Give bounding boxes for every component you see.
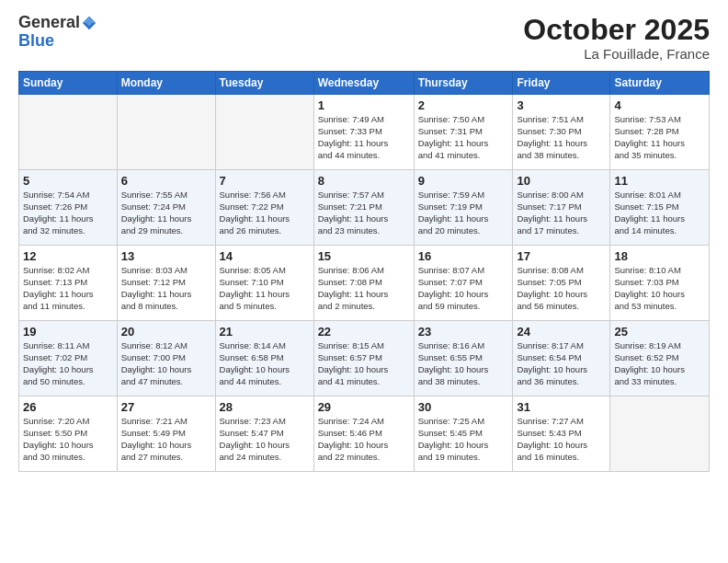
day-number: 29	[318, 400, 410, 414]
table-row: 11Sunrise: 8:01 AM Sunset: 7:15 PM Dayli…	[610, 170, 710, 246]
calendar-week-row: 12Sunrise: 8:02 AM Sunset: 7:13 PM Dayli…	[19, 246, 710, 321]
table-row: 17Sunrise: 8:08 AM Sunset: 7:05 PM Dayli…	[513, 246, 610, 321]
day-number: 1	[318, 98, 410, 112]
table-row: 25Sunrise: 8:19 AM Sunset: 6:52 PM Dayli…	[610, 321, 710, 396]
day-info: Sunrise: 8:16 AM Sunset: 6:55 PM Dayligh…	[418, 340, 509, 387]
table-row: 5Sunrise: 7:54 AM Sunset: 7:26 PM Daylig…	[19, 170, 118, 246]
table-row: 14Sunrise: 8:05 AM Sunset: 7:10 PM Dayli…	[215, 246, 313, 321]
day-info: Sunrise: 8:15 AM Sunset: 6:57 PM Dayligh…	[318, 340, 410, 387]
calendar-week-row: 1Sunrise: 7:49 AM Sunset: 7:33 PM Daylig…	[19, 95, 710, 170]
calendar-week-row: 19Sunrise: 8:11 AM Sunset: 7:02 PM Dayli…	[19, 321, 710, 396]
day-info: Sunrise: 7:23 AM Sunset: 5:47 PM Dayligh…	[220, 416, 310, 463]
day-number: 19	[23, 325, 113, 339]
table-row: 22Sunrise: 8:15 AM Sunset: 6:57 PM Dayli…	[313, 321, 414, 396]
day-number: 7	[220, 174, 310, 188]
day-number: 5	[23, 174, 113, 188]
table-row: 21Sunrise: 8:14 AM Sunset: 6:58 PM Dayli…	[215, 321, 313, 396]
calendar-week-row: 5Sunrise: 7:54 AM Sunset: 7:26 PM Daylig…	[19, 170, 710, 246]
table-row: 27Sunrise: 7:21 AM Sunset: 5:49 PM Dayli…	[117, 396, 215, 472]
logo-icon	[81, 15, 97, 31]
day-info: Sunrise: 8:10 AM Sunset: 7:03 PM Dayligh…	[614, 265, 705, 312]
table-row: 29Sunrise: 7:24 AM Sunset: 5:46 PM Dayli…	[313, 396, 414, 472]
day-info: Sunrise: 8:06 AM Sunset: 7:08 PM Dayligh…	[318, 265, 410, 312]
day-info: Sunrise: 7:50 AM Sunset: 7:31 PM Dayligh…	[418, 114, 509, 161]
table-row: 6Sunrise: 7:55 AM Sunset: 7:24 PM Daylig…	[117, 170, 215, 246]
table-row: 26Sunrise: 7:20 AM Sunset: 5:50 PM Dayli…	[19, 396, 118, 472]
location-title: La Fouillade, France	[523, 46, 710, 62]
day-info: Sunrise: 8:02 AM Sunset: 7:13 PM Dayligh…	[23, 265, 113, 312]
month-title: October 2025	[523, 14, 710, 46]
day-number: 11	[614, 174, 705, 188]
day-info: Sunrise: 8:07 AM Sunset: 7:07 PM Dayligh…	[418, 265, 509, 312]
day-number: 8	[318, 174, 410, 188]
day-info: Sunrise: 7:57 AM Sunset: 7:21 PM Dayligh…	[318, 190, 410, 236]
table-row: 4Sunrise: 7:53 AM Sunset: 7:28 PM Daylig…	[610, 95, 710, 170]
table-row: 23Sunrise: 8:16 AM Sunset: 6:55 PM Dayli…	[414, 321, 513, 396]
logo: General Blue	[18, 14, 97, 51]
table-row: 28Sunrise: 7:23 AM Sunset: 5:47 PM Dayli…	[215, 396, 313, 472]
calendar-week-row: 26Sunrise: 7:20 AM Sunset: 5:50 PM Dayli…	[19, 396, 710, 472]
day-info: Sunrise: 7:59 AM Sunset: 7:19 PM Dayligh…	[418, 190, 509, 236]
col-thursday: Thursday	[414, 72, 513, 95]
day-number: 21	[220, 325, 310, 339]
day-info: Sunrise: 7:25 AM Sunset: 5:45 PM Dayligh…	[418, 416, 509, 463]
day-number: 20	[121, 325, 211, 339]
day-number: 27	[121, 400, 211, 414]
day-number: 22	[318, 325, 410, 339]
day-number: 3	[517, 98, 606, 112]
day-number: 26	[23, 400, 113, 414]
day-info: Sunrise: 7:53 AM Sunset: 7:28 PM Dayligh…	[614, 114, 705, 161]
day-number: 14	[220, 249, 310, 263]
calendar: Sunday Monday Tuesday Wednesday Thursday…	[18, 71, 710, 472]
day-number: 28	[220, 400, 310, 414]
table-row: 12Sunrise: 8:02 AM Sunset: 7:13 PM Dayli…	[19, 246, 118, 321]
table-row: 1Sunrise: 7:49 AM Sunset: 7:33 PM Daylig…	[313, 95, 414, 170]
day-info: Sunrise: 8:08 AM Sunset: 7:05 PM Dayligh…	[517, 265, 606, 312]
day-info: Sunrise: 7:54 AM Sunset: 7:26 PM Dayligh…	[23, 190, 113, 236]
day-number: 10	[517, 174, 606, 188]
calendar-header-row: Sunday Monday Tuesday Wednesday Thursday…	[19, 72, 710, 95]
day-number: 6	[121, 174, 211, 188]
day-number: 13	[121, 249, 211, 263]
day-info: Sunrise: 7:51 AM Sunset: 7:30 PM Dayligh…	[517, 114, 606, 161]
day-info: Sunrise: 7:55 AM Sunset: 7:24 PM Dayligh…	[121, 190, 211, 236]
table-row: 8Sunrise: 7:57 AM Sunset: 7:21 PM Daylig…	[313, 170, 414, 246]
table-row	[19, 95, 118, 170]
day-info: Sunrise: 7:24 AM Sunset: 5:46 PM Dayligh…	[318, 416, 410, 463]
day-number: 9	[418, 174, 509, 188]
table-row: 13Sunrise: 8:03 AM Sunset: 7:12 PM Dayli…	[117, 246, 215, 321]
table-row: 31Sunrise: 7:27 AM Sunset: 5:43 PM Dayli…	[513, 396, 610, 472]
col-tuesday: Tuesday	[215, 72, 313, 95]
day-info: Sunrise: 8:01 AM Sunset: 7:15 PM Dayligh…	[614, 190, 705, 236]
col-monday: Monday	[117, 72, 215, 95]
table-row: 24Sunrise: 8:17 AM Sunset: 6:54 PM Dayli…	[513, 321, 610, 396]
day-number: 24	[517, 325, 606, 339]
table-row: 7Sunrise: 7:56 AM Sunset: 7:22 PM Daylig…	[215, 170, 313, 246]
table-row	[117, 95, 215, 170]
table-row: 10Sunrise: 8:00 AM Sunset: 7:17 PM Dayli…	[513, 170, 610, 246]
day-info: Sunrise: 8:00 AM Sunset: 7:17 PM Dayligh…	[517, 190, 606, 236]
table-row: 15Sunrise: 8:06 AM Sunset: 7:08 PM Dayli…	[313, 246, 414, 321]
day-number: 16	[418, 249, 509, 263]
table-row: 30Sunrise: 7:25 AM Sunset: 5:45 PM Dayli…	[414, 396, 513, 472]
col-friday: Friday	[513, 72, 610, 95]
col-wednesday: Wednesday	[313, 72, 414, 95]
day-number: 31	[517, 400, 606, 414]
day-number: 12	[23, 249, 113, 263]
day-info: Sunrise: 8:19 AM Sunset: 6:52 PM Dayligh…	[614, 340, 705, 387]
table-row: 9Sunrise: 7:59 AM Sunset: 7:19 PM Daylig…	[414, 170, 513, 246]
table-row: 16Sunrise: 8:07 AM Sunset: 7:07 PM Dayli…	[414, 246, 513, 321]
table-row: 19Sunrise: 8:11 AM Sunset: 7:02 PM Dayli…	[19, 321, 118, 396]
col-sunday: Sunday	[19, 72, 118, 95]
day-info: Sunrise: 7:49 AM Sunset: 7:33 PM Dayligh…	[318, 114, 410, 161]
day-number: 23	[418, 325, 509, 339]
day-info: Sunrise: 7:27 AM Sunset: 5:43 PM Dayligh…	[517, 416, 606, 463]
day-info: Sunrise: 8:05 AM Sunset: 7:10 PM Dayligh…	[220, 265, 310, 312]
day-number: 25	[614, 325, 705, 339]
table-row: 3Sunrise: 7:51 AM Sunset: 7:30 PM Daylig…	[513, 95, 610, 170]
day-number: 2	[418, 98, 509, 112]
page: General Blue October 2025 La Fouillade, …	[0, 0, 728, 563]
col-saturday: Saturday	[610, 72, 710, 95]
day-info: Sunrise: 7:20 AM Sunset: 5:50 PM Dayligh…	[23, 416, 113, 463]
day-number: 30	[418, 400, 509, 414]
